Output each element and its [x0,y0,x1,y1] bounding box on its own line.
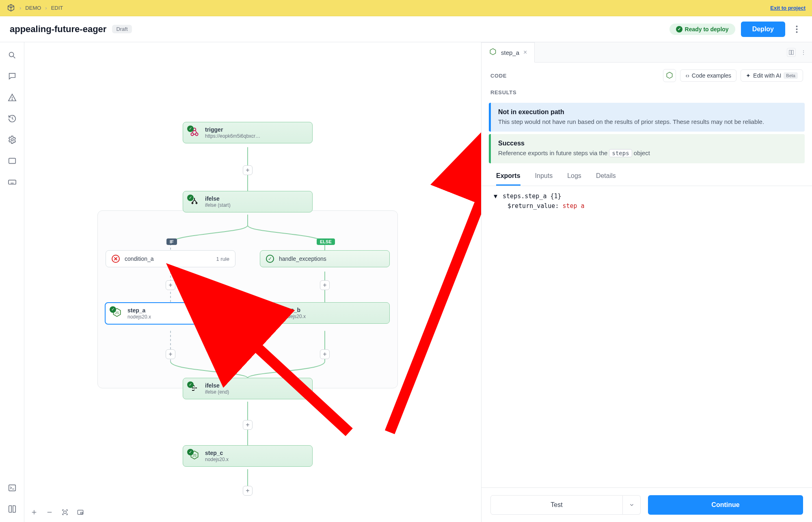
node-ifelse-start[interactable]: ✓ ifelse ifelse (start) [183,191,313,212]
workflow-title[interactable]: appealing-future-eager [10,24,106,35]
deploy-button[interactable]: Deploy [741,22,785,37]
subtab-details[interactable]: Details [596,172,616,186]
nodejs-runtime-button[interactable] [663,69,676,82]
node-title: step_b [282,307,306,314]
check-circle-icon: ✓ [266,255,274,263]
add-step-button[interactable]: + [166,349,175,359]
zoom-in-button[interactable] [30,508,38,516]
subtab-logs[interactable]: Logs [567,172,581,186]
docs-icon[interactable] [7,504,17,514]
node-subtitle: nodejs20.x [282,314,306,319]
node-title: handle_exceptions [279,256,326,262]
canvas-toolbar [30,508,84,516]
add-step-button[interactable]: + [320,349,330,359]
test-button[interactable]: Test [490,495,623,515]
check-icon: ✓ [110,306,116,313]
check-icon: ✓ [264,306,271,312]
if-label: IF [166,238,177,245]
tab-title: step_a [501,49,519,56]
edit-ai-label: Edit with AI [753,72,781,79]
not-in-path-banner: Not in execution path This step would no… [489,103,805,132]
chevron-right-icon: › [45,5,47,11]
keyboard-icon[interactable] [7,177,17,187]
minimap-button[interactable] [76,508,84,516]
svg-text:JS: JS [270,310,274,314]
code-examples-label: Code examples [692,72,731,79]
more-menu-button[interactable] [791,24,802,35]
export-value: step a [562,202,584,210]
subtab-exports[interactable]: Exports [496,172,520,186]
fit-view-button[interactable] [61,508,69,516]
banner-body: Reference exports in future steps via th… [498,149,797,158]
panel-tab-step-a[interactable]: step_a × [482,42,535,63]
continue-button[interactable]: Continue [648,495,803,515]
node-step-b[interactable]: ✓ JS step_b nodejs20.x [260,302,390,324]
exit-to-project-link[interactable]: Exit to project [770,5,806,11]
breadcrumb-demo[interactable]: DEMO [25,5,41,11]
history-icon[interactable] [7,114,17,123]
svg-rect-43 [81,512,83,514]
settings-icon[interactable] [7,135,17,145]
check-icon: ✓ [187,381,194,388]
panel-footer: Test Continue [482,487,812,522]
chevron-right-icon: › [19,5,21,11]
terminal-icon[interactable] [7,483,17,493]
results-subtabs: Exports Inputs Logs Details [482,167,812,186]
close-icon[interactable]: × [523,49,527,56]
top-breadcrumb-bar: › DEMO › EDIT Exit to project [0,0,812,16]
node-trigger[interactable]: ✓ trigger https://eopk6m5i6qbxcr… [183,122,313,143]
add-step-button[interactable]: + [320,280,330,290]
caret-down-icon[interactable]: ▼ [494,193,497,200]
code-section-header: CODE ‹› Code examples ✦ Edit with AI Bet… [482,63,812,87]
error-icon [112,255,120,263]
node-condition-a[interactable]: condition_a 1 rule [106,250,235,267]
subtab-inputs[interactable]: Inputs [535,172,553,186]
results-label: RESULTS [490,89,516,95]
test-button-group: Test [490,495,641,515]
code-icon: ‹› [685,72,689,79]
workflow-canvas[interactable]: ✓ trigger https://eopk6m5i6qbxcr… + ✓ if… [24,42,481,522]
results-section-header: RESULTS [482,87,812,100]
svg-line-4 [13,56,15,58]
layout-toggle-button[interactable] [787,48,796,57]
left-icon-rail [0,42,24,522]
banner-text: Reference exports in future steps via th… [498,149,609,156]
node-handle-exceptions[interactable]: ✓ handle_exceptions [260,250,390,267]
svg-point-7 [11,139,13,141]
check-circle-icon: ✓ [676,26,682,32]
comment-icon[interactable] [7,71,17,81]
node-step-c[interactable]: ✓ JS step_c nodejs20.x [183,445,313,467]
panel-tabstrip: step_a × ⋮ [482,42,812,63]
header-bar: appealing-future-eager Draft ✓ Ready to … [0,16,812,42]
node-title: condition_a [125,256,154,262]
node-subtitle: nodejs20.x [127,314,151,320]
edit-with-ai-button[interactable]: ✦ Edit with AI Beta [741,69,803,82]
more-icon[interactable]: ⋮ [799,48,808,57]
svg-point-6 [12,100,12,100]
warning-icon[interactable] [7,93,17,102]
svg-line-37 [390,184,481,432]
search-icon[interactable] [7,50,17,60]
tree-root: steps.step_a {1} [503,193,561,200]
node-step-a[interactable]: ✓ JS step_a nodejs20.x [105,302,236,325]
test-dropdown-button[interactable] [623,495,641,515]
add-step-button[interactable]: + [243,486,253,496]
export-key: $return_value: [508,202,559,210]
add-step-button[interactable]: + [243,165,253,175]
code-examples-button[interactable]: ‹› Code examples [680,69,736,82]
exports-tree[interactable]: ▼ steps.step_a {1} $return_value: step a [482,186,812,216]
add-step-button[interactable]: + [166,280,175,290]
logo-icon[interactable] [6,4,15,13]
panel-icon[interactable] [7,156,17,166]
svg-rect-15 [9,485,15,491]
node-title: ifelse [205,195,231,202]
zoom-out-button[interactable] [45,508,54,516]
svg-rect-41 [64,511,66,513]
node-title: ifelse [205,382,229,389]
breadcrumb-edit[interactable]: EDIT [51,5,63,11]
check-icon: ✓ [187,126,194,132]
add-step-button[interactable]: + [243,420,253,430]
else-label: ELSE [317,238,335,245]
node-ifelse-end[interactable]: ✓ ifelse ifelse (end) [183,378,313,399]
svg-rect-9 [8,180,15,184]
